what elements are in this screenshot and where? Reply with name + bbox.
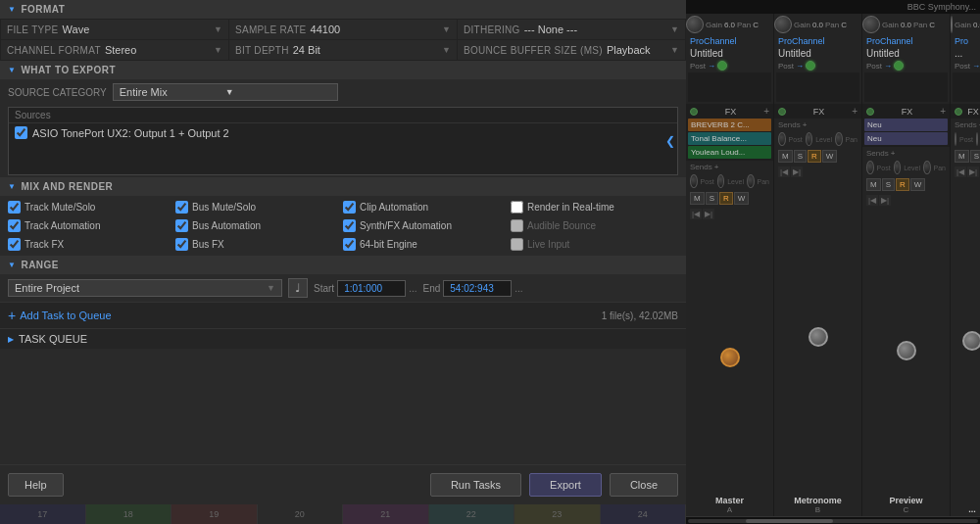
gain-knob-1[interactable] xyxy=(774,16,792,33)
mini-knob-level-2[interactable] xyxy=(894,161,902,174)
file-type-dropdown-arrow[interactable]: ▼ xyxy=(214,24,222,34)
mix-checkbox-11[interactable] xyxy=(511,238,523,251)
gain-knob-3[interactable] xyxy=(951,16,953,33)
mini-knob-level-0[interactable] xyxy=(717,174,725,188)
mrsw-S-btn-3[interactable]: S xyxy=(970,150,980,163)
task-queue-header[interactable]: ▶ TASK QUEUE xyxy=(0,329,686,349)
fx-power-1[interactable] xyxy=(778,108,786,116)
fx-item-0-1[interactable]: Tonal Balance... xyxy=(688,132,771,145)
sources-expand-arrow[interactable]: ❮ xyxy=(665,134,675,148)
power-btn-2[interactable] xyxy=(894,61,904,71)
mini-knob-pan-0[interactable] xyxy=(747,174,755,188)
post-arrow-1[interactable]: → xyxy=(796,62,804,71)
add-task-button[interactable]: + Add Task to Queue xyxy=(8,308,112,323)
mrsw-R-btn-0[interactable]: R xyxy=(719,192,733,205)
mix-checkbox-9[interactable] xyxy=(175,238,188,251)
mix-checkbox-0[interactable] xyxy=(8,201,21,214)
mix-render-arrow[interactable]: ▼ xyxy=(8,182,16,191)
fader-knob-2[interactable] xyxy=(897,341,916,360)
transport-in-3[interactable]: |◀ xyxy=(955,167,966,177)
transport-in-0[interactable]: |◀ xyxy=(690,209,702,219)
dithering-dropdown-arrow[interactable]: ▼ xyxy=(670,24,679,34)
start-value[interactable]: 1:01:000 xyxy=(337,280,406,297)
mix-checkbox-2[interactable] xyxy=(343,201,356,214)
mini-knob-post-2[interactable] xyxy=(866,161,874,174)
fx-power-0[interactable] xyxy=(690,108,698,116)
power-btn-1[interactable] xyxy=(806,61,815,71)
mrsw-M-btn-1[interactable]: M xyxy=(778,150,793,163)
bit-depth-dropdown-arrow[interactable]: ▼ xyxy=(442,45,451,55)
mix-checkbox-8[interactable] xyxy=(8,238,21,251)
help-button[interactable]: Help xyxy=(8,473,64,497)
fx-item-0-2[interactable]: Youlean Loud... xyxy=(688,146,771,159)
mix-checkbox-1[interactable] xyxy=(175,201,188,214)
mrsw-S-btn-0[interactable]: S xyxy=(706,192,718,205)
mrsw-M-btn-2[interactable]: M xyxy=(866,178,881,191)
sends-plus-1[interactable]: + xyxy=(803,120,808,129)
mini-knob-level-3[interactable] xyxy=(976,132,978,146)
mrsw-M-btn-3[interactable]: M xyxy=(955,150,969,163)
gain-knob-0[interactable] xyxy=(686,16,704,33)
sends-plus-0[interactable]: + xyxy=(714,163,719,171)
gain-knob-2[interactable] xyxy=(862,16,880,33)
scrollbar-thumb[interactable] xyxy=(746,519,833,523)
start-dots[interactable]: ... xyxy=(409,283,416,294)
fx-power-3[interactable] xyxy=(955,108,962,116)
fx-add-1[interactable]: + xyxy=(852,106,858,117)
export-button[interactable]: Export xyxy=(529,473,602,497)
end-value[interactable]: 54:02:943 xyxy=(443,280,512,297)
mix-checkbox-5[interactable] xyxy=(175,219,188,232)
mix-checkbox-10[interactable] xyxy=(343,238,356,251)
power-btn-0[interactable] xyxy=(717,61,727,71)
mrsw-S-btn-2[interactable]: S xyxy=(882,178,895,191)
mix-checkbox-7[interactable] xyxy=(511,219,523,232)
fx-add-0[interactable]: + xyxy=(763,106,769,117)
mrsw-R-btn-2[interactable]: R xyxy=(896,178,909,191)
mrsw-M-btn-0[interactable]: M xyxy=(690,192,705,205)
what-to-export-arrow[interactable]: ▼ xyxy=(8,66,16,74)
fx-add-2[interactable]: + xyxy=(940,106,946,117)
transport-in-2[interactable]: |◀ xyxy=(866,195,878,206)
post-arrow-0[interactable]: → xyxy=(708,62,715,71)
bounce-buffer-dropdown-arrow[interactable]: ▼ xyxy=(670,45,679,55)
source-category-select[interactable]: Entire Mix ▼ xyxy=(113,83,338,101)
run-tasks-button[interactable]: Run Tasks xyxy=(430,473,521,497)
mini-knob-pan-1[interactable] xyxy=(835,132,843,146)
range-music-btn[interactable]: ♩ xyxy=(288,278,308,298)
fader-knob-1[interactable] xyxy=(808,327,828,347)
range-arrow[interactable]: ▼ xyxy=(8,261,16,269)
mix-checkbox-4[interactable] xyxy=(8,219,21,232)
mix-checkbox-6[interactable] xyxy=(343,219,356,232)
mrsw-S-btn-1[interactable]: S xyxy=(794,150,807,163)
mrsw-W-btn-1[interactable]: W xyxy=(822,150,838,163)
fx-item-0-0[interactable]: BREVERB 2 C... xyxy=(688,119,771,131)
transport-out-0[interactable]: ▶| xyxy=(703,209,714,219)
mini-knob-pan-2[interactable] xyxy=(923,161,931,174)
transport-out-1[interactable]: ▶| xyxy=(791,167,803,177)
fx-power-2[interactable] xyxy=(866,108,874,116)
transport-out-3[interactable]: ▶| xyxy=(967,167,979,177)
sends-plus-2[interactable]: + xyxy=(891,149,896,158)
close-button[interactable]: Close xyxy=(610,473,678,497)
range-select[interactable]: Entire Project ▼ xyxy=(8,279,282,297)
mini-knob-post-3[interactable] xyxy=(955,132,956,146)
post-arrow-3[interactable]: → xyxy=(972,62,980,71)
channel-format-dropdown-arrow[interactable]: ▼ xyxy=(214,45,222,55)
source-item-checkbox[interactable] xyxy=(15,126,27,139)
mrsw-W-btn-0[interactable]: W xyxy=(734,192,750,205)
fader-knob-3[interactable] xyxy=(962,331,980,351)
mini-knob-post-1[interactable] xyxy=(778,132,786,146)
post-arrow-2[interactable]: → xyxy=(884,62,892,71)
transport-out-2[interactable]: ▶| xyxy=(879,195,891,206)
mrsw-R-btn-1[interactable]: R xyxy=(808,150,821,163)
sample-rate-dropdown-arrow[interactable]: ▼ xyxy=(442,24,451,34)
format-collapse-arrow[interactable]: ▼ xyxy=(8,5,16,14)
mini-knob-level-1[interactable] xyxy=(806,132,813,146)
mini-knob-post-0[interactable] xyxy=(690,174,698,188)
fader-knob-0[interactable] xyxy=(720,348,740,367)
transport-in-1[interactable]: |◀ xyxy=(778,167,790,177)
fx-item-2-0[interactable]: Neu xyxy=(864,119,948,131)
end-dots[interactable]: ... xyxy=(514,283,522,294)
mrsw-W-btn-2[interactable]: W xyxy=(910,178,926,191)
fx-item-2-1[interactable]: Neu xyxy=(864,132,948,145)
